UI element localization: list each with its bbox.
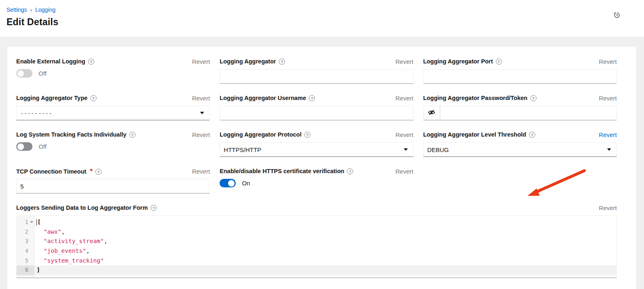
- help-icon[interactable]: ?: [88, 59, 94, 65]
- field-label: Logging Aggregator Username: [220, 95, 306, 101]
- select-value: HTTPS/HTTP: [224, 146, 261, 153]
- logging-aggregator-protocol-select[interactable]: HTTPS/HTTP: [220, 142, 413, 157]
- line-number: 3: [17, 237, 34, 246]
- help-icon[interactable]: ?: [129, 132, 136, 138]
- logging-aggregator-input[interactable]: [220, 69, 413, 84]
- tcp-connection-timeout-input[interactable]: [16, 179, 210, 193]
- field-https-certificate-verification: Enable/disable HTTPS certificate verific…: [220, 168, 413, 193]
- field-label: Logging Aggregator: [220, 58, 276, 65]
- field-label: Logging Aggregator Type: [16, 95, 88, 101]
- help-icon[interactable]: ?: [90, 95, 97, 101]
- code-line: "job_events",: [34, 246, 616, 256]
- help-icon[interactable]: ?: [530, 95, 536, 101]
- field-label: Loggers Sending Data to Log Aggregator F…: [16, 204, 148, 211]
- toggle-enable-external-logging[interactable]: [16, 69, 32, 78]
- help-icon[interactable]: ?: [279, 59, 285, 65]
- help-icon[interactable]: ?: [347, 168, 353, 174]
- caret-down-icon: [607, 148, 611, 151]
- field-logging-aggregator-type: Logging Aggregator Type ? Revert -------…: [16, 95, 210, 120]
- revert-button[interactable]: Revert: [192, 58, 210, 65]
- logging-aggregator-password-input[interactable]: [440, 106, 617, 120]
- line-number: 6: [17, 265, 34, 275]
- field-label: Enable/disable HTTPS certificate verific…: [220, 168, 344, 174]
- logging-aggregator-type-select[interactable]: ---------: [16, 106, 210, 120]
- field-label: Logging Aggregator Level Threshold: [423, 131, 526, 138]
- field-logging-aggregator-level-threshold: Logging Aggregator Level Threshold ? Rev…: [423, 131, 617, 157]
- field-label: TCP Connection Timeout: [16, 168, 86, 175]
- code-line: ]: [34, 265, 616, 275]
- line-number: 4: [17, 246, 34, 256]
- revert-button[interactable]: Revert: [599, 131, 617, 139]
- field-logging-aggregator-username: Logging Aggregator Username ? Revert: [220, 95, 413, 120]
- settings-form-card: Enable External Logging ? Revert Off Log…: [7, 47, 636, 289]
- logging-aggregator-port-input[interactable]: [423, 69, 617, 84]
- field-label: Logging Aggregator Port: [423, 58, 493, 65]
- help-icon[interactable]: ?: [309, 95, 315, 101]
- json-code-editor[interactable]: 1 2 3 4 5 6 [ "awx", "activity_stream", …: [16, 215, 617, 278]
- chevron-right-icon: ›: [30, 7, 32, 13]
- text-cursor: [37, 219, 37, 226]
- breadcrumb-link-settings[interactable]: Settings: [6, 7, 27, 13]
- revert-button[interactable]: Revert: [395, 95, 413, 102]
- field-label: Enable External Logging: [16, 58, 85, 65]
- revert-button[interactable]: Revert: [192, 131, 210, 139]
- revert-button[interactable]: Revert: [395, 131, 413, 139]
- toggle-password-visibility-button[interactable]: [423, 106, 440, 120]
- field-label: Log System Tracking Facts Individually: [16, 131, 127, 138]
- field-tcp-connection-timeout: TCP Connection Timeout * ? Revert: [16, 168, 210, 193]
- field-logging-aggregator: Logging Aggregator ? Revert: [220, 58, 413, 84]
- field-label: Logging Aggregator Protocol: [220, 131, 302, 138]
- logging-aggregator-level-threshold-select[interactable]: DEBUG: [423, 142, 617, 157]
- required-asterisk: *: [90, 168, 93, 175]
- toggle-state-label: Off: [39, 70, 47, 77]
- eye-slash-icon: [428, 109, 435, 117]
- code-line: "awx",: [34, 227, 616, 237]
- help-icon[interactable]: ?: [151, 205, 157, 211]
- code-content[interactable]: [ "awx", "activity_stream", "job_events"…: [34, 216, 616, 278]
- field-enable-external-logging: Enable External Logging ? Revert Off: [16, 58, 210, 84]
- revert-button[interactable]: Revert: [395, 58, 413, 65]
- help-icon[interactable]: ?: [304, 132, 310, 138]
- field-logging-aggregator-port: Logging Aggregator Port ? Revert: [423, 58, 617, 84]
- revert-button[interactable]: Revert: [599, 204, 617, 212]
- code-line: "system_tracking": [34, 256, 616, 266]
- select-value: ---------: [20, 110, 52, 116]
- logging-aggregator-username-input[interactable]: [220, 106, 413, 120]
- form-grid: Enable External Logging ? Revert Off Log…: [16, 58, 617, 193]
- empty-grid-cell: [423, 168, 617, 193]
- toggle-state-label: On: [242, 180, 250, 187]
- history-icon-button[interactable]: [613, 11, 620, 20]
- line-number: 1: [17, 217, 34, 227]
- history-icon: [613, 14, 620, 20]
- select-value: DEBUG: [427, 146, 449, 153]
- line-number-gutter: 1 2 3 4 5 6: [17, 216, 34, 278]
- line-number: 2: [17, 227, 34, 237]
- field-logging-aggregator-password: Logging Aggregator Password/Token ? Reve…: [423, 95, 617, 120]
- field-loggers-sending-data: Loggers Sending Data to Log Aggregator F…: [16, 204, 617, 278]
- page-background: Enable External Logging ? Revert Off Log…: [0, 37, 644, 289]
- page-title: Edit Details: [6, 17, 634, 28]
- field-logging-aggregator-protocol: Logging Aggregator Protocol ? Revert HTT…: [220, 131, 413, 157]
- fold-caret-icon[interactable]: [30, 221, 33, 223]
- revert-button[interactable]: Revert: [599, 58, 617, 65]
- field-label: Logging Aggregator Password/Token: [423, 95, 528, 101]
- toggle-https-cert-verification[interactable]: [220, 179, 236, 187]
- help-icon[interactable]: ?: [529, 132, 535, 138]
- breadcrumb: Settings › Logging: [6, 7, 634, 13]
- toggle-log-system-tracking[interactable]: [16, 142, 32, 151]
- help-icon[interactable]: ?: [496, 59, 502, 65]
- breadcrumb-link-logging[interactable]: Logging: [35, 7, 56, 13]
- code-line: "activity_stream",: [34, 237, 616, 246]
- revert-button[interactable]: Revert: [599, 95, 617, 102]
- revert-button[interactable]: Revert: [192, 95, 210, 102]
- code-line: [: [34, 217, 616, 227]
- revert-button[interactable]: Revert: [395, 168, 413, 175]
- caret-down-icon: [200, 112, 204, 114]
- revert-button[interactable]: Revert: [192, 168, 210, 175]
- help-icon[interactable]: ?: [95, 169, 101, 175]
- caret-down-icon: [404, 148, 408, 151]
- field-log-system-tracking-facts: Log System Tracking Facts Individually ?…: [16, 131, 210, 157]
- line-number: 5: [17, 256, 34, 266]
- page-header: Settings › Logging Edit Details: [0, 0, 644, 37]
- toggle-state-label: Off: [39, 143, 47, 150]
